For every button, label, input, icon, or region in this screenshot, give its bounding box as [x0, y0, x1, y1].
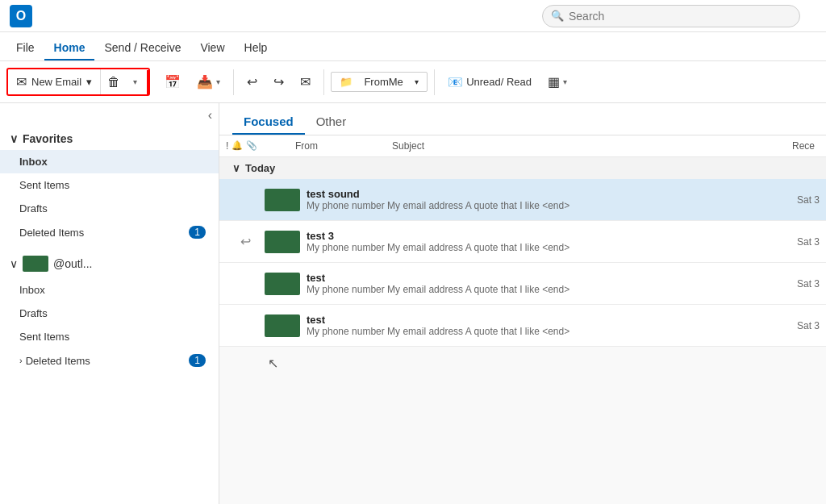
unread-read-label: Unread/ Read [466, 76, 532, 88]
email-content-2: test 3 My phone number My email address … [307, 230, 791, 253]
email-subject-1: test sound [307, 188, 791, 200]
delete-dropdown-button[interactable]: ▾ [127, 73, 144, 91]
sidebar-item-sent2[interactable]: Sent Items [0, 325, 219, 348]
cursor-icon: ↖ [268, 356, 278, 371]
move-icon: 📥 [197, 74, 213, 90]
email-list-container: Focused Other ! 🔔 📎 From Subject Rece ∨ … [219, 103, 826, 504]
row-status-2: ↩ [226, 234, 265, 249]
account-avatar [23, 256, 48, 272]
account-header[interactable]: ∨ @outl... [0, 249, 219, 278]
delete-icon: 🗑 [107, 75, 120, 90]
new-email-button[interactable]: ✉ New Email ▾ [8, 69, 101, 94]
replied-icon: ↩ [240, 234, 251, 249]
importance-icon: ! [226, 140, 228, 152]
account-chevron-icon: ∨ [10, 257, 18, 270]
toolbar: ✉ New Email ▾ 🗑 ▾ 📅 📥 ▾ ↩ ↪ ✉ 📁 FromMe ▾ [0, 61, 826, 103]
main-layout: ‹ ∨ Favorites Inbox Sent Items Drafts De… [0, 103, 826, 504]
email-avatar-2 [265, 231, 300, 253]
email-content-4: test My phone number My email address A … [307, 314, 791, 337]
deleted2-badge: 1 [189, 354, 206, 367]
email-date-4: Sat 3 [791, 320, 820, 331]
deleted-badge: 1 [189, 226, 206, 239]
forward-button[interactable]: ↪ [267, 69, 290, 94]
sidebar-item-drafts2[interactable]: Drafts [0, 302, 219, 325]
email-row[interactable]: test My phone number My email address A … [219, 305, 826, 347]
reply-icon: ✉ [300, 74, 311, 90]
toolbar-separator-3 [434, 69, 435, 95]
header-from[interactable]: From [290, 139, 387, 153]
reply-button[interactable]: ✉ [294, 69, 317, 94]
delete-group: 🗑 ▾ [101, 70, 148, 94]
search-icon: 🔍 [551, 10, 564, 22]
email-date-1: Sat 3 [791, 194, 820, 206]
move-button[interactable]: 📥 ▾ [190, 69, 227, 94]
new-email-group: ✉ New Email ▾ 🗑 ▾ [6, 68, 150, 96]
new-email-dropdown-arrow[interactable]: ▾ [86, 76, 92, 88]
header-subject[interactable]: Subject [387, 139, 755, 153]
email-avatar-4 [265, 314, 300, 337]
new-email-icon: ✉ [16, 74, 27, 90]
calendar-icon: 📅 [165, 74, 181, 90]
menu-item-send-receive[interactable]: Send / Receive [94, 36, 190, 60]
email-preview-1: My phone number My email address A quote… [307, 200, 791, 211]
email-tabs: Focused Other [219, 103, 826, 135]
sidebar: ‹ ∨ Favorites Inbox Sent Items Drafts De… [0, 103, 219, 504]
sidebar-item-inbox[interactable]: Inbox [0, 150, 219, 173]
reply-all-icon: ↩ [247, 74, 257, 90]
email-preview-4: My phone number My email address A quote… [307, 326, 791, 337]
reply-all-button[interactable]: ↩ [240, 69, 264, 94]
frommen-button[interactable]: 📁 FromMe ▾ [331, 72, 428, 92]
tab-other[interactable]: Other [305, 110, 358, 135]
deleted2-chevron: › [19, 356, 23, 365]
menu-item-home[interactable]: Home [44, 36, 95, 60]
delete-button[interactable]: 🗑 [101, 70, 127, 94]
email-row[interactable]: test sound My phone number My email addr… [219, 179, 826, 221]
email-subject-3: test [307, 272, 791, 284]
view-options-icon: ▦ [548, 74, 560, 90]
email-preview-3: My phone number My email address A quote… [307, 284, 791, 295]
tab-focused[interactable]: Focused [232, 110, 305, 135]
cursor-area: ↖ [219, 347, 826, 379]
sidebar-item-deleted[interactable]: Deleted Items 1 [0, 220, 219, 244]
email-date-3: Sat 3 [791, 278, 820, 289]
favorites-chevron-icon: ∨ [10, 132, 18, 145]
sidebar-item-deleted2[interactable]: › Deleted Items 1 [0, 348, 219, 373]
email-content-3: test My phone number My email address A … [307, 272, 791, 295]
calendar-button[interactable]: 📅 [158, 69, 187, 94]
menu-item-view[interactable]: View [190, 36, 234, 60]
menu-item-file[interactable]: File [6, 36, 44, 60]
unread-read-button[interactable]: 📧 Unread/ Read [441, 70, 538, 94]
menu-item-help[interactable]: Help [235, 36, 277, 60]
frommen-dropdown-arrow: ▾ [415, 77, 419, 86]
email-avatar-3 [265, 273, 300, 295]
frommen-label: FromMe [364, 76, 403, 88]
account-email: @outl... [53, 257, 92, 270]
toolbar-separator-2 [323, 69, 324, 95]
favorites-header[interactable]: ∨ Favorites [0, 127, 219, 150]
view-options-button[interactable]: ▦ ▾ [541, 69, 574, 94]
favorites-label: Favorites [23, 132, 73, 145]
email-subject-4: test [307, 314, 791, 326]
header-received[interactable]: Rece [755, 139, 820, 153]
group-today-label: Today [245, 162, 275, 174]
sidebar-item-sent[interactable]: Sent Items [0, 173, 219, 197]
forward-icon: ↪ [273, 74, 284, 90]
email-row[interactable]: test My phone number My email address A … [219, 263, 826, 305]
email-row[interactable]: ↩ test 3 My phone number My email addres… [219, 221, 826, 263]
unread-icon: 📧 [448, 75, 463, 90]
sidebar-item-drafts[interactable]: Drafts [0, 197, 219, 220]
email-date-2: Sat 3 [791, 236, 820, 248]
email-content-1: test sound My phone number My email addr… [307, 188, 791, 211]
search-input[interactable] [569, 10, 791, 23]
email-group-today: ∨ Today [219, 157, 826, 179]
search-bar[interactable]: 🔍 [542, 5, 800, 27]
sidebar-item-inbox2[interactable]: Inbox [0, 278, 219, 302]
frommen-icon: 📁 [340, 76, 353, 88]
attachment-icon: 📎 [246, 140, 257, 152]
reminder-icon: 🔔 [232, 140, 243, 152]
outlook-logo: O [10, 5, 32, 27]
collapse-button[interactable]: ‹ [0, 103, 219, 127]
group-chevron-icon: ∨ [232, 162, 240, 174]
email-list-header: ! 🔔 📎 From Subject Rece [219, 135, 826, 157]
move-dropdown-arrow: ▾ [216, 77, 220, 86]
